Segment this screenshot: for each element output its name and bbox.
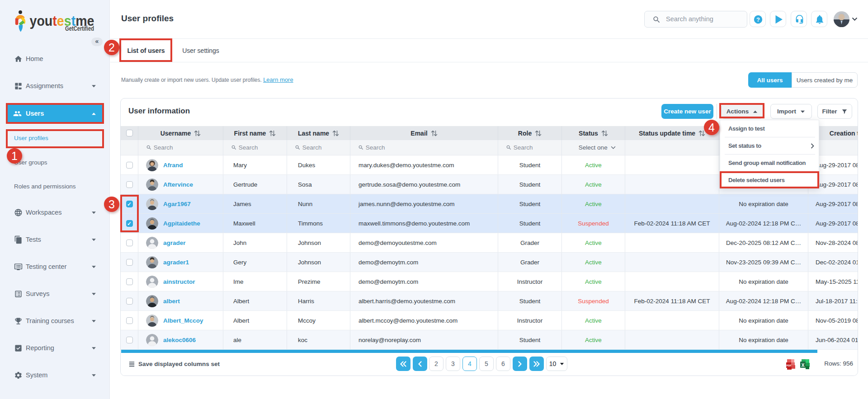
svg-text:GetCertified: GetCertified <box>65 25 94 32</box>
svg-text:PDF: PDF <box>787 364 792 367</box>
svg-text:?: ? <box>756 16 760 23</box>
svg-text:X: X <box>802 363 805 368</box>
